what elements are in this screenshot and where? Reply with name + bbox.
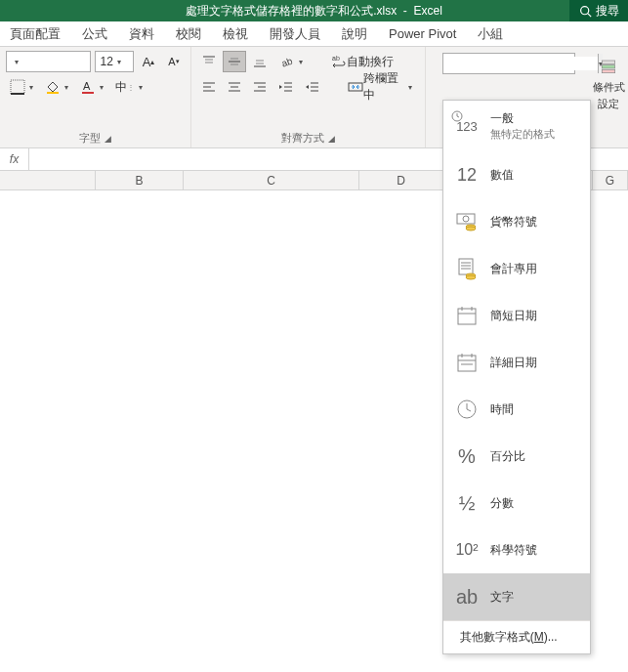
tab-data[interactable]: 資料: [129, 25, 154, 43]
svg-text:ab: ab: [332, 55, 340, 62]
format-long-date[interactable]: 詳細日期: [443, 339, 590, 386]
phonetic-button[interactable]: 中⋮ ▾: [111, 76, 147, 98]
tab-formulas[interactable]: 公式: [82, 25, 107, 43]
window-title: 處理文字格式儲存格裡的數字和公式.xlsx - Excel: [186, 3, 442, 20]
svg-rect-2: [11, 80, 24, 94]
decrease-indent-button[interactable]: [275, 76, 298, 98]
number-icon: 12: [453, 161, 481, 189]
number-format-combo[interactable]: ▾: [442, 53, 575, 74]
general-icon: 123: [453, 112, 481, 140]
long-date-icon: [453, 349, 481, 376]
align-left-icon: [201, 79, 217, 95]
svg-rect-34: [602, 61, 614, 63]
col-d[interactable]: D: [359, 171, 443, 189]
format-text[interactable]: ab 文字: [443, 573, 590, 620]
format-general[interactable]: 123 一般無特定的格式: [443, 101, 590, 151]
align-middle-icon: [227, 54, 242, 69]
font-size-combo[interactable]: 12▾: [95, 51, 134, 72]
ribbon-tabs: 頁面配置 公式 資料 校閱 檢視 開發人員 說明 Power Pivot 小組: [0, 21, 628, 47]
wrap-icon: ab: [331, 54, 347, 69]
accounting-icon: [453, 255, 481, 282]
svg-rect-6: [82, 92, 94, 94]
svg-point-49: [466, 275, 476, 279]
align-right-button[interactable]: [248, 76, 272, 98]
search-icon: [579, 5, 592, 18]
tab-help[interactable]: 說明: [342, 25, 367, 43]
time-icon: [453, 396, 481, 423]
title-bar: 處理文字格式儲存格裡的數字和公式.xlsx - Excel 搜尋: [0, 0, 628, 21]
svg-line-61: [467, 409, 471, 411]
currency-icon: [453, 208, 481, 235]
borders-icon: [10, 79, 25, 95]
align-right-icon: [252, 79, 268, 95]
font-launcher-icon[interactable]: ◢: [105, 134, 111, 144]
align-launcher-icon[interactable]: ◢: [328, 134, 335, 144]
align-bottom-icon: [252, 54, 268, 69]
percent-icon: %: [453, 442, 481, 470]
indent-icon: [305, 79, 320, 95]
search-button[interactable]: 搜尋: [569, 0, 628, 21]
align-middle-button[interactable]: [223, 51, 246, 72]
scientific-icon: 10²: [453, 536, 481, 564]
svg-point-0: [580, 6, 588, 14]
align-center-icon: [227, 79, 242, 95]
increase-font-button[interactable]: A▴: [138, 51, 159, 72]
conditional-formatting-button[interactable]: 條件式設定: [589, 51, 628, 115]
format-scientific[interactable]: 10² 科學符號: [443, 526, 590, 573]
align-top-icon: [201, 54, 217, 69]
tab-page-layout[interactable]: 頁面配置: [10, 25, 61, 43]
orientation-icon: ab: [279, 54, 295, 69]
svg-line-39: [457, 116, 459, 117]
short-date-icon: [453, 302, 481, 329]
more-number-formats[interactable]: 其他數字格式(M)...: [443, 620, 590, 653]
format-number[interactable]: 12 數值: [443, 151, 590, 198]
svg-point-41: [463, 216, 469, 222]
format-accounting[interactable]: 會計專用: [443, 245, 590, 292]
zhong-icon: 中: [115, 79, 127, 96]
align-bottom-button[interactable]: [248, 51, 272, 72]
svg-text:A: A: [83, 80, 91, 92]
svg-rect-50: [458, 309, 476, 324]
number-format-input[interactable]: [443, 57, 598, 70]
svg-rect-44: [459, 259, 473, 274]
tab-review[interactable]: 校閱: [176, 25, 201, 43]
svg-rect-54: [458, 356, 476, 371]
decrease-font-button[interactable]: A▾: [163, 51, 185, 72]
align-top-button[interactable]: [197, 51, 221, 72]
fraction-icon: ½: [453, 489, 481, 517]
increase-indent-button[interactable]: [302, 76, 324, 98]
fx-label[interactable]: fx: [0, 148, 29, 170]
align-left-button[interactable]: [197, 76, 221, 98]
svg-rect-33: [349, 83, 362, 91]
format-percentage[interactable]: % 百分比: [443, 433, 590, 480]
tab-power-pivot[interactable]: Power Pivot: [389, 26, 456, 41]
tab-team[interactable]: 小組: [478, 25, 503, 43]
tab-developer[interactable]: 開發人員: [270, 25, 320, 43]
format-time[interactable]: 時間: [443, 386, 590, 433]
number-format-dropdown: 123 一般無特定的格式 12 數值 貨幣符號 會計專用 簡短日期 詳細日期 時…: [442, 100, 591, 654]
format-short-date[interactable]: 簡短日期: [443, 292, 590, 339]
format-currency[interactable]: 貨幣符號: [443, 198, 590, 245]
font-color-button[interactable]: A ▾: [76, 76, 107, 98]
orientation-button[interactable]: ab▾: [275, 51, 307, 72]
align-center-button[interactable]: [223, 76, 246, 98]
col-g[interactable]: G: [593, 171, 628, 189]
rowcol-corner[interactable]: [0, 171, 96, 189]
svg-rect-4: [47, 92, 59, 94]
svg-rect-36: [602, 69, 614, 72]
format-fraction[interactable]: ½ 分數: [443, 480, 590, 526]
text-icon: ab: [453, 583, 481, 610]
col-c[interactable]: C: [184, 171, 359, 189]
bucket-icon: [45, 79, 61, 95]
wrap-text-button[interactable]: ab 自動換行: [324, 51, 400, 72]
svg-rect-35: [602, 65, 614, 68]
col-b[interactable]: B: [96, 171, 184, 189]
font-name-combo[interactable]: ▾: [6, 51, 91, 72]
font-color-icon: A: [80, 79, 96, 95]
svg-line-1: [587, 13, 590, 16]
borders-button[interactable]: ▾: [6, 76, 37, 98]
tab-view[interactable]: 檢視: [223, 25, 248, 43]
svg-point-43: [466, 227, 476, 231]
merge-center-button[interactable]: 跨欄置中▾: [341, 76, 419, 98]
fill-color-button[interactable]: ▾: [41, 76, 72, 98]
